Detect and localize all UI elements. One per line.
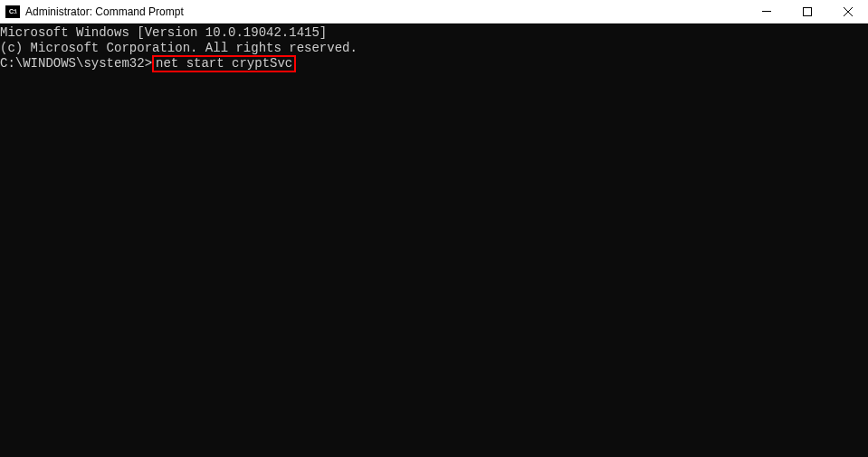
close-button[interactable] [827, 0, 868, 23]
command-text: net start cryptSvc [156, 56, 292, 71]
prompt-path: C:\WINDOWS\system32> [0, 56, 152, 71]
close-icon [844, 7, 853, 16]
command-prompt-window: C:\ Administrator: Command Prompt Micros… [0, 0, 868, 457]
maximize-icon [803, 7, 812, 16]
cmd-icon: C:\ [5, 5, 20, 18]
terminal-area[interactable]: Microsoft Windows [Version 10.0.19042.14… [0, 24, 868, 457]
minimize-button[interactable] [746, 0, 787, 23]
output-line: (c) Microsoft Corporation. All rights re… [0, 41, 868, 56]
prompt-line: C:\WINDOWS\system32>net start cryptSvc [0, 56, 868, 72]
svg-rect-0 [762, 11, 771, 12]
window-title: Administrator: Command Prompt [25, 5, 746, 18]
window-controls [746, 0, 868, 23]
command-highlight: net start cryptSvc [152, 55, 296, 72]
minimize-icon [762, 11, 771, 12]
svg-rect-1 [803, 7, 811, 15]
maximize-button[interactable] [787, 0, 827, 23]
output-line: Microsoft Windows [Version 10.0.19042.14… [0, 25, 868, 41]
titlebar[interactable]: C:\ Administrator: Command Prompt [0, 0, 868, 24]
